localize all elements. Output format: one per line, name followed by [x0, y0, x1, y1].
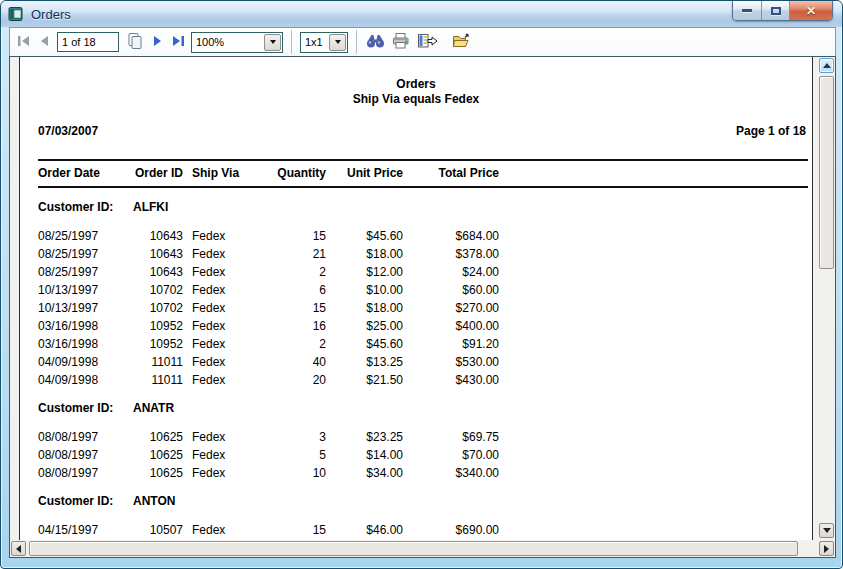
table-cell: 16: [271, 317, 326, 335]
column-header: Order ID: [133, 165, 183, 181]
table-cell: 08/08/1997: [38, 446, 133, 464]
export-button[interactable]: [414, 30, 440, 54]
previous-page-icon: [39, 35, 49, 50]
table-cell: 04/09/1998: [38, 353, 133, 371]
zoom-dropdown[interactable]: 100%: [191, 32, 283, 53]
table-cell: $430.00: [403, 371, 499, 389]
maximize-button[interactable]: [761, 1, 789, 20]
table-cell: 10643: [133, 245, 183, 263]
table-cell: Fedex: [183, 227, 271, 245]
open-report-button[interactable]: [448, 30, 474, 54]
page-layout-dropdown[interactable]: 1x1: [300, 32, 348, 53]
table-cell: 15: [271, 299, 326, 317]
caption-buttons: ✕: [732, 1, 833, 21]
customer-id-value: ALFKI: [133, 200, 168, 214]
horizontal-scrollbar-thumb[interactable]: [29, 541, 798, 556]
table-cell: 10952: [133, 335, 183, 353]
chevron-down-icon: [335, 40, 341, 44]
find-button[interactable]: [362, 30, 388, 54]
minimize-icon: [742, 9, 752, 12]
table-cell: Fedex: [183, 521, 271, 539]
first-page-icon: [17, 35, 31, 50]
report-subtitle: Ship Via equals Fedex: [20, 92, 812, 107]
table-cell: 08/25/1997: [38, 227, 133, 245]
table-cell: 2: [271, 335, 326, 353]
table-cell: Fedex: [183, 371, 271, 389]
close-icon: ✕: [806, 5, 816, 17]
table-cell: $690.00: [403, 521, 499, 539]
table-cell: $18.00: [326, 299, 403, 317]
goto-page-button[interactable]: [122, 30, 148, 54]
report-view-area: Orders Ship Via equals Fedex 07/03/2007 …: [9, 56, 836, 558]
table-cell: 10643: [133, 227, 183, 245]
arrow-up-icon: [823, 63, 831, 68]
customer-group-header: Customer ID:ANTON: [20, 494, 812, 508]
maximize-icon: [771, 7, 781, 15]
table-cell: $378.00: [403, 245, 499, 263]
table-cell: 20: [271, 371, 326, 389]
table-row: 08/08/199710625Fedex3$23.25$69.75: [20, 428, 812, 446]
table-cell: $340.00: [403, 464, 499, 482]
table-row: 08/25/199710643Fedex2$12.00$24.00: [20, 263, 812, 281]
close-button[interactable]: ✕: [789, 1, 832, 20]
table-row: 08/25/199710643Fedex15$45.60$684.00: [20, 227, 812, 245]
zoom-dropdown-button[interactable]: [264, 34, 281, 51]
table-cell: 11011: [133, 353, 183, 371]
table-cell: $23.25: [326, 428, 403, 446]
customer-id-value: ANTON: [133, 494, 175, 508]
report-viewer-window: Orders ✕: [0, 0, 843, 569]
table-cell: $684.00: [403, 227, 499, 245]
header-rule-bottom: [38, 186, 808, 188]
table-cell: $21.50: [326, 371, 403, 389]
minimize-button[interactable]: [733, 1, 761, 20]
next-page-icon: [153, 35, 163, 50]
table-cell: $25.00: [326, 317, 403, 335]
table-cell: $400.00: [403, 317, 499, 335]
table-cell: $69.75: [403, 428, 499, 446]
zoom-value: 100%: [192, 36, 263, 48]
arrow-down-icon: [823, 528, 831, 533]
print-button[interactable]: [388, 30, 414, 54]
table-cell: 10952: [133, 317, 183, 335]
column-header: Unit Price: [326, 165, 403, 181]
table-row: 03/16/199810952Fedex2$45.60$91.20: [20, 335, 812, 353]
last-page-button[interactable]: [168, 31, 188, 53]
vertical-scrollbar[interactable]: [818, 57, 835, 539]
table-row: 08/08/199710625Fedex10$34.00$340.00: [20, 464, 812, 482]
table-cell: 03/16/1998: [38, 335, 133, 353]
chevron-down-icon: [270, 40, 276, 44]
scroll-up-button[interactable]: [819, 58, 834, 73]
page-number-input[interactable]: [57, 32, 119, 52]
table-cell: Fedex: [183, 281, 271, 299]
table-cell: 11011: [133, 371, 183, 389]
report-body: Customer ID:ALFKI08/25/199710643Fedex15$…: [20, 200, 812, 539]
table-row: 10/13/199710702Fedex6$10.00$60.00: [20, 281, 812, 299]
next-page-button[interactable]: [148, 31, 168, 53]
vertical-scrollbar-thumb[interactable]: [819, 76, 834, 269]
table-row: 08/08/199710625Fedex5$14.00$70.00: [20, 446, 812, 464]
table-cell: $530.00: [403, 353, 499, 371]
table-row: 04/09/199811011Fedex40$13.25$530.00: [20, 353, 812, 371]
page-layout-dropdown-button[interactable]: [329, 34, 346, 51]
table-cell: 10/13/1997: [38, 281, 133, 299]
table-cell: 10625: [133, 464, 183, 482]
titlebar: Orders ✕: [1, 1, 842, 27]
report-date: 07/03/2007: [38, 124, 98, 139]
table-cell: $13.25: [326, 353, 403, 371]
report-book-icon: [8, 6, 24, 22]
table-row: 10/13/199710702Fedex15$18.00$270.00: [20, 299, 812, 317]
table-cell: Fedex: [183, 263, 271, 281]
scroll-down-button[interactable]: [819, 523, 834, 538]
table-cell: 40: [271, 353, 326, 371]
table-cell: 08/08/1997: [38, 428, 133, 446]
table-cell: 10625: [133, 428, 183, 446]
scroll-left-button[interactable]: [11, 541, 26, 556]
horizontal-scrollbar[interactable]: [10, 540, 835, 557]
toolbar-separator: [356, 30, 357, 54]
last-page-icon: [171, 35, 185, 50]
first-page-button[interactable]: [14, 31, 34, 53]
scroll-right-button[interactable]: [819, 541, 834, 556]
arrow-right-icon: [824, 545, 829, 553]
previous-page-button[interactable]: [34, 31, 54, 53]
table-cell: $14.00: [326, 446, 403, 464]
